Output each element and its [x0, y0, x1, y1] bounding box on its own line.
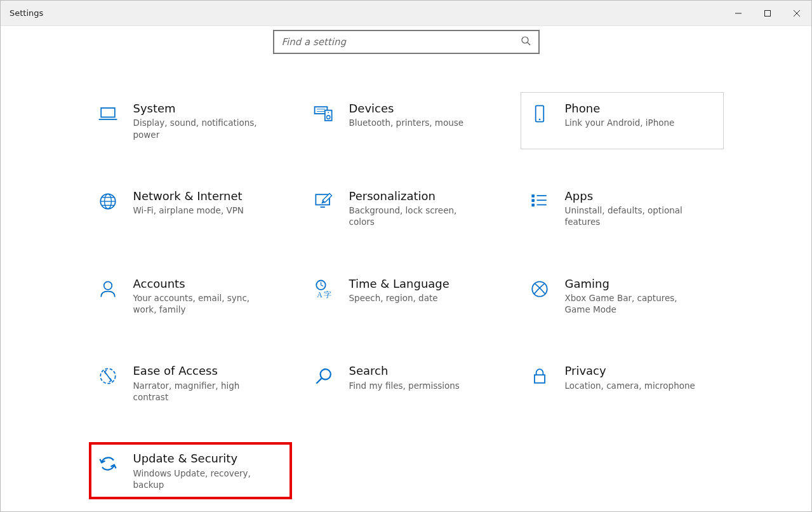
keyboard-speaker-icon: [311, 101, 336, 126]
category-title: Time & Language: [349, 276, 502, 291]
svg-rect-6: [101, 108, 115, 117]
ease-of-access-icon: [95, 363, 121, 389]
category-title: Update & Security: [133, 451, 286, 466]
svg-point-29: [103, 281, 112, 290]
lock-icon: [527, 363, 552, 389]
category-title: Ease of Access: [133, 363, 286, 378]
category-accounts[interactable]: Accounts Your accounts, email, sync, wor…: [89, 267, 292, 325]
xbox-icon: [527, 276, 552, 302]
category-gaming[interactable]: Gaming Xbox Game Bar, captures, Game Mod…: [521, 267, 724, 325]
window-controls: [724, 1, 811, 25]
window-title: Settings: [10, 8, 43, 18]
time-language-icon: A 字: [311, 276, 336, 302]
svg-rect-39: [534, 375, 544, 384]
svg-rect-25: [531, 203, 535, 206]
svg-rect-24: [531, 199, 535, 202]
category-desc: Display, sound, notifications, power: [133, 117, 267, 140]
laptop-icon: [95, 101, 121, 126]
category-desc: Link your Android, iPhone: [565, 117, 698, 128]
maximize-button[interactable]: [753, 1, 782, 25]
category-desc: Find my files, permissions: [349, 380, 483, 391]
svg-point-15: [538, 119, 540, 121]
settings-grid: System Display, sound, notifications, po…: [89, 92, 724, 499]
category-title: Phone: [565, 101, 717, 116]
svg-text:字: 字: [324, 290, 331, 299]
category-title: Personalization: [349, 189, 502, 203]
category-phone[interactable]: Phone Link your Android, iPhone: [521, 92, 724, 149]
category-title: Gaming: [565, 276, 717, 291]
close-button[interactable]: [782, 1, 811, 25]
globe-icon: [95, 189, 121, 214]
category-update-security[interactable]: Update & Security Windows Update, recove…: [89, 442, 292, 499]
magnifier-icon: [311, 363, 336, 389]
person-icon: [95, 276, 121, 302]
svg-point-35: [532, 281, 547, 296]
category-privacy[interactable]: Privacy Location, camera, microphone: [521, 354, 724, 412]
category-desc: Your accounts, email, sync, work, family: [133, 292, 267, 315]
apps-list-icon: [527, 189, 552, 214]
search-wrap: [273, 30, 540, 54]
category-desc: Narrator, magnifier, high contrast: [133, 380, 267, 403]
svg-rect-1: [765, 10, 771, 16]
category-ease-of-access[interactable]: Ease of Access Narrator, magnifier, high…: [89, 354, 292, 412]
category-desc: Background, lock screen, colors: [349, 205, 483, 227]
content-area: System Display, sound, notifications, po…: [1, 26, 811, 511]
category-desc: Uninstall, defaults, optional features: [565, 205, 698, 227]
category-title: System: [133, 101, 286, 116]
category-title: Accounts: [133, 276, 286, 291]
category-title: Search: [349, 363, 502, 378]
category-personalization[interactable]: Personalization Background, lock screen,…: [305, 180, 508, 237]
phone-icon: [527, 101, 552, 126]
category-desc: Bluetooth, printers, mouse: [349, 117, 483, 128]
svg-text:A: A: [317, 290, 323, 299]
category-system[interactable]: System Display, sound, notifications, po…: [89, 92, 292, 149]
search-icon: [521, 36, 531, 48]
category-time-language[interactable]: A 字 Time & Language Speech, region, date: [305, 267, 508, 325]
category-desc: Xbox Game Bar, captures, Game Mode: [565, 292, 698, 315]
category-apps[interactable]: Apps Uninstall, defaults, optional featu…: [521, 180, 724, 237]
svg-point-37: [320, 370, 330, 380]
category-search[interactable]: Search Find my files, permissions: [305, 354, 508, 412]
category-desc: Wi-Fi, airplane mode, VPN: [133, 205, 267, 216]
category-devices[interactable]: Devices Bluetooth, printers, mouse: [305, 92, 508, 149]
svg-line-38: [316, 379, 321, 384]
category-desc: Windows Update, recovery, backup: [133, 468, 267, 490]
svg-line-32: [321, 285, 323, 286]
search-box[interactable]: [273, 30, 540, 54]
minimize-button[interactable]: [724, 1, 753, 25]
title-bar: Settings: [1, 1, 811, 26]
category-title: Apps: [565, 189, 717, 203]
sync-icon: [95, 451, 121, 476]
svg-point-13: [328, 112, 329, 113]
category-title: Devices: [349, 101, 502, 116]
svg-rect-23: [531, 194, 535, 198]
category-desc: Speech, region, date: [349, 292, 483, 304]
svg-line-5: [528, 43, 530, 45]
category-desc: Location, camera, microphone: [565, 380, 698, 391]
search-input[interactable]: [282, 36, 521, 48]
category-title: Network & Internet: [133, 189, 286, 203]
category-network[interactable]: Network & Internet Wi-Fi, airplane mode,…: [89, 180, 292, 237]
svg-point-4: [522, 37, 528, 43]
paintbrush-icon: [311, 189, 336, 214]
category-title: Privacy: [565, 363, 717, 378]
